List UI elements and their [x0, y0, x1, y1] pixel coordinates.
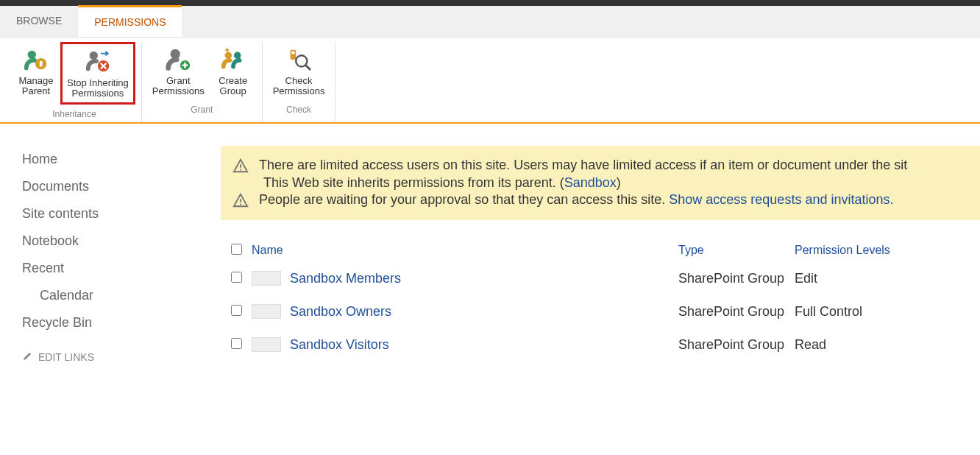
- nav-notebook[interactable]: Notebook: [22, 228, 221, 255]
- check-permissions-label: Check Permissions: [273, 76, 325, 97]
- row-permission: Edit: [795, 271, 980, 286]
- group-name-link[interactable]: Sandbox Owners: [290, 304, 391, 320]
- warning-icon: [232, 158, 249, 174]
- group-icon: [252, 304, 281, 319]
- nav-recycle-bin[interactable]: Recycle Bin: [22, 309, 221, 336]
- row-permission: Full Control: [795, 304, 980, 320]
- table-row: Sandbox Visitors SharePoint Group Read: [221, 328, 980, 361]
- notice-approval-prefix: People are waiting for your approval so …: [259, 192, 669, 207]
- stop-inheriting-label: Stop Inheriting Permissions: [67, 78, 129, 99]
- svg-point-11: [291, 51, 295, 54]
- stop-inheriting-icon: [83, 47, 113, 77]
- edit-links-label: EDIT LINKS: [38, 351, 94, 363]
- stop-inheriting-permissions-button[interactable]: Stop Inheriting Permissions: [60, 42, 135, 105]
- svg-point-8: [234, 52, 241, 60]
- manage-parent-label: Manage Parent: [19, 76, 54, 97]
- ribbon-group-inheritance: Manage Parent Stop Inheriting Permission…: [7, 42, 142, 122]
- group-name-check: Check: [269, 105, 330, 115]
- group-name-inheritance: Inheritance: [13, 109, 135, 119]
- content-area: There are limited access users on this s…: [221, 146, 980, 364]
- permissions-table: Name Type Permission Levels Sandbox Memb…: [221, 239, 980, 361]
- header-permission-levels[interactable]: Permission Levels: [795, 244, 980, 257]
- edit-links-button[interactable]: EDIT LINKS: [22, 351, 221, 364]
- manage-parent-icon: [21, 45, 51, 74]
- nav-home[interactable]: Home: [22, 146, 221, 173]
- table-header: Name Type Permission Levels: [221, 239, 980, 262]
- grant-permissions-icon: [163, 45, 193, 74]
- nav-site-contents[interactable]: Site contents: [22, 200, 221, 228]
- select-all-checkbox[interactable]: [231, 244, 242, 255]
- row-type: SharePoint Group: [678, 304, 795, 320]
- table-row: Sandbox Members SharePoint Group Edit: [221, 262, 980, 295]
- row-permission: Read: [795, 337, 980, 353]
- svg-point-3: [90, 52, 98, 60]
- svg-rect-16: [240, 203, 241, 205]
- group-icon: [252, 337, 281, 352]
- row-type: SharePoint Group: [678, 271, 795, 286]
- grant-permissions-label: Grant Permissions: [152, 76, 205, 97]
- main-area: Home Documents Site contents Notebook Re…: [0, 124, 980, 364]
- table-row: Sandbox Owners SharePoint Group Full Con…: [221, 295, 980, 328]
- manage-parent-button[interactable]: Manage Parent: [13, 42, 59, 105]
- show-access-requests-link[interactable]: Show access requests and invitations.: [669, 192, 893, 207]
- header-name[interactable]: Name: [252, 244, 678, 257]
- nav-calendar[interactable]: Calendar: [22, 282, 221, 309]
- row-type: SharePoint Group: [678, 337, 795, 353]
- ribbon-group-grant: Grant Permissions ✦ Create Group Grant: [142, 42, 263, 122]
- check-permissions-button[interactable]: Check Permissions: [269, 42, 330, 100]
- svg-rect-14: [240, 169, 241, 170]
- create-group-button[interactable]: ✦ Create Group: [210, 42, 256, 100]
- left-nav: Home Documents Site contents Notebook Re…: [22, 146, 221, 364]
- svg-point-0: [28, 51, 36, 59]
- warning-icon: [232, 192, 249, 208]
- tab-permissions[interactable]: PERMISSIONS: [78, 5, 182, 37]
- nav-recent[interactable]: Recent: [22, 255, 221, 282]
- ribbon-group-check: Check Permissions Check: [263, 42, 336, 122]
- row-checkbox[interactable]: [231, 272, 242, 283]
- svg-rect-2: [40, 61, 43, 67]
- ribbon: Manage Parent Stop Inheriting Permission…: [0, 38, 980, 124]
- notice-inherits-suffix: ): [617, 175, 621, 190]
- group-name-link[interactable]: Sandbox Members: [290, 271, 401, 286]
- header-type[interactable]: Type: [678, 244, 795, 257]
- check-permissions-icon: [284, 45, 313, 74]
- create-group-icon: ✦: [219, 45, 248, 74]
- pencil-icon: [22, 351, 32, 364]
- tab-browse[interactable]: BROWSE: [0, 6, 78, 37]
- svg-text:✦: ✦: [223, 46, 230, 54]
- nav-documents[interactable]: Documents: [22, 173, 221, 200]
- group-name-link[interactable]: Sandbox Visitors: [290, 337, 389, 353]
- grant-permissions-button[interactable]: Grant Permissions: [148, 42, 209, 100]
- notice-inherits-prefix: This Web site inherits permissions from …: [263, 175, 564, 190]
- row-checkbox[interactable]: [231, 338, 242, 349]
- notice-limited-access-text: There are limited access users on this s…: [259, 158, 907, 173]
- create-group-label: Create Group: [219, 76, 247, 97]
- group-name-grant: Grant: [148, 105, 256, 115]
- row-checkbox[interactable]: [231, 305, 242, 316]
- ribbon-tabstrip: BROWSE PERMISSIONS: [0, 6, 980, 38]
- svg-rect-15: [240, 199, 241, 202]
- notice-banner: There are limited access users on this s…: [221, 146, 980, 220]
- svg-rect-13: [240, 164, 241, 168]
- parent-site-link[interactable]: Sandbox: [564, 175, 617, 190]
- group-icon: [252, 271, 281, 286]
